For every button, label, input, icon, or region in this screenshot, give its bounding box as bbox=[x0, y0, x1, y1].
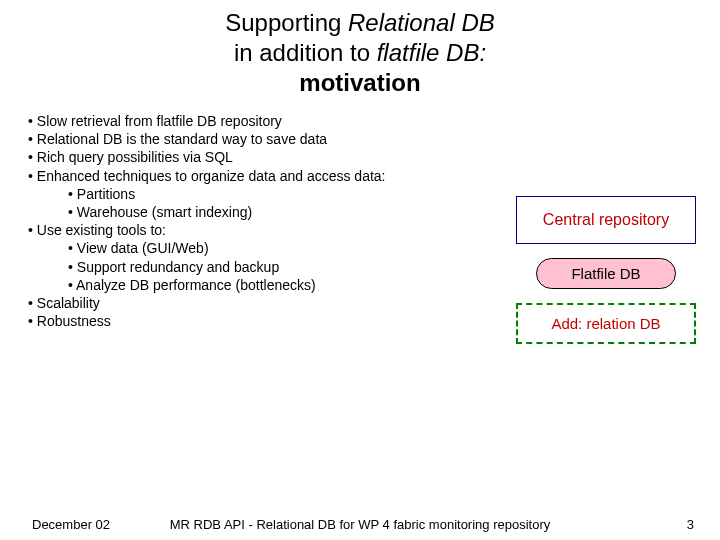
schematic-block: Sensor bbox=[128, 356, 179, 372]
schematic-label: Node 1 bbox=[168, 432, 200, 443]
schematic-block: Consumer bbox=[128, 406, 184, 422]
footer-title: MR RDB API - Relational DB for WP 4 fabr… bbox=[0, 517, 720, 532]
bullet-item: • Robustness bbox=[28, 312, 508, 330]
schematic-block: Consumer bbox=[188, 406, 244, 422]
bullet-item: • Relational DB is the standard way to s… bbox=[28, 130, 508, 148]
bullet-subitem: • Support redundancy and backup bbox=[68, 258, 508, 276]
bullet-subitem: • Warehouse (smart indexing) bbox=[68, 203, 508, 221]
bullet-subitem: • Partitions bbox=[68, 185, 508, 203]
schematic-node bbox=[270, 330, 452, 452]
central-repository-box: Central repository bbox=[516, 196, 696, 244]
schematic-block: Consumer bbox=[570, 400, 631, 416]
title-line3: motivation bbox=[299, 69, 420, 96]
bullet-list: • Slow retrieval from flatfile DB reposi… bbox=[28, 112, 508, 330]
bullet-item: • Slow retrieval from flatfile DB reposi… bbox=[28, 112, 508, 130]
title-line1b: Relational DB bbox=[348, 9, 495, 36]
slide-root: Supporting Relational DB in addition to … bbox=[0, 0, 720, 540]
schematic-label: Node 2 bbox=[335, 452, 367, 463]
bullet-item: • Scalability bbox=[28, 294, 508, 312]
background-schematic: Sensor Collector Sensor Consumer Consume… bbox=[120, 320, 680, 490]
bullet-item: • Enhanced techniques to organize data a… bbox=[28, 167, 508, 185]
schematic-label: Node 3 bbox=[540, 432, 572, 443]
title-line2a: in addition to bbox=[234, 39, 377, 66]
title-line2b: flatfile DB: bbox=[377, 39, 486, 66]
diagram-panel: Central repository Flatfile DB Add: rela… bbox=[516, 196, 696, 344]
schematic-node bbox=[120, 350, 252, 432]
add-relation-db-box: Add: relation DB bbox=[516, 303, 696, 344]
schematic-block: Collector bbox=[390, 338, 446, 354]
title-line1a: Supporting bbox=[225, 9, 348, 36]
flatfile-db-box: Flatfile DB bbox=[536, 258, 676, 289]
schematic-block: Sensor bbox=[335, 338, 386, 354]
schematic-block: Sensor bbox=[280, 338, 331, 354]
schematic-block: Consumer bbox=[500, 400, 561, 416]
bullet-subitem: • View data (GUI/Web) bbox=[68, 239, 508, 257]
footer-page-number: 3 bbox=[687, 517, 694, 532]
schematic-block: Cache bbox=[320, 420, 406, 436]
bullet-item: • Use existing tools to: bbox=[28, 221, 508, 239]
schematic-block: Collector bbox=[184, 356, 245, 392]
schematic-block: Sensor bbox=[128, 378, 179, 394]
slide-title: Supporting Relational DB in addition to … bbox=[0, 0, 720, 98]
bullet-subitem: • Analyze DB performance (bottlenecks) bbox=[68, 276, 508, 294]
bullet-item: • Rich query possibilities via SQL bbox=[28, 148, 508, 166]
